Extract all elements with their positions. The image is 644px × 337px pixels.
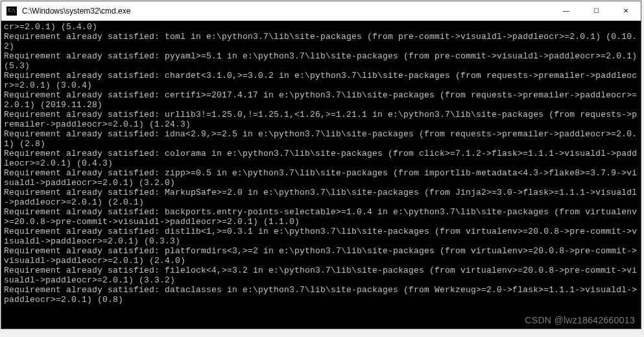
- terminal-line: Requirement already satisfied: zipp>=0.5…: [4, 168, 638, 188]
- minimize-button[interactable]: —: [551, 1, 581, 20]
- terminal-line: Requirement already satisfied: colorama …: [4, 149, 638, 168]
- terminal-line: Requirement already satisfied: dataclass…: [4, 285, 638, 305]
- terminal-line: Requirement already satisfied: certifi>=…: [4, 90, 638, 110]
- cmd-icon: [6, 6, 17, 16]
- titlebar[interactable]: C:\Windows\system32\cmd.exe — ☐ ✕: [1, 1, 641, 21]
- terminal-line: Requirement already satisfied: MarkupSaf…: [4, 188, 638, 207]
- window-title: C:\Windows\system32\cmd.exe: [21, 6, 551, 16]
- terminal-line: Requirement already satisfied: distlib<1…: [4, 227, 638, 246]
- terminal-output[interactable]: cr>=2.0.1) (5.4.0)Requirement already sa…: [1, 21, 641, 329]
- terminal-line: Requirement already satisfied: toml in e…: [4, 32, 638, 51]
- window-controls: — ☐ ✕: [551, 1, 641, 20]
- terminal-line: Requirement already satisfied: backports…: [4, 207, 638, 227]
- cmd-window: C:\Windows\system32\cmd.exe — ☐ ✕ cr>=2.…: [1, 1, 641, 329]
- close-button[interactable]: ✕: [611, 1, 641, 20]
- terminal-line: Requirement already satisfied: idna<2.9,…: [4, 129, 638, 149]
- terminal-line: Requirement already satisfied: pyyaml>=5…: [4, 51, 638, 71]
- terminal-line: cr>=2.0.1) (5.4.0): [4, 22, 638, 32]
- terminal-line: Requirement already satisfied: urllib3!=…: [4, 110, 638, 129]
- terminal-line: Requirement already satisfied: platformd…: [4, 246, 638, 266]
- maximize-button[interactable]: ☐: [581, 1, 611, 20]
- terminal-line: Requirement already satisfied: filelock<…: [4, 266, 638, 285]
- terminal-line: Requirement already satisfied: chardet<3…: [4, 71, 638, 90]
